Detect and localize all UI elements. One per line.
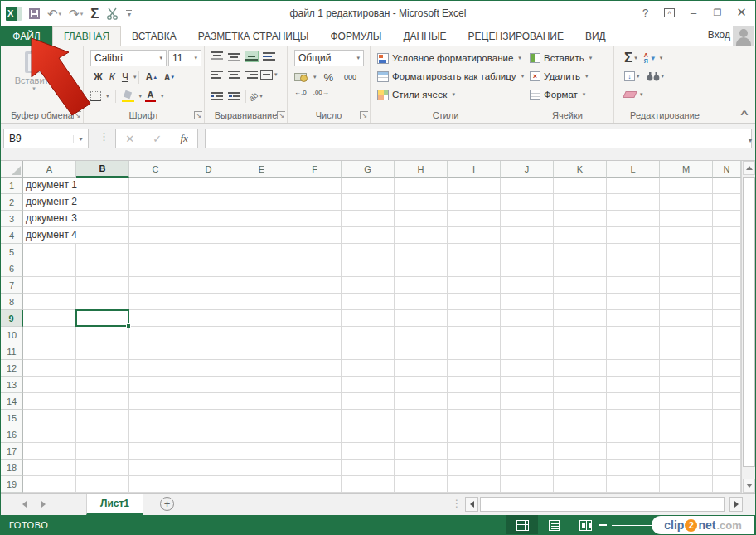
cell-N5[interactable]: [713, 244, 741, 260]
column-header-B[interactable]: B: [76, 161, 129, 178]
cell-D12[interactable]: [182, 360, 235, 377]
cell-C17[interactable]: [129, 443, 182, 460]
cell-B16[interactable]: [76, 426, 129, 443]
cell-G8[interactable]: [342, 294, 395, 310]
cell-A12[interactable]: [23, 360, 76, 377]
cell-B6[interactable]: [76, 260, 129, 277]
row-header-19[interactable]: 19: [1, 476, 23, 493]
number-format-select[interactable]: Общий▾: [294, 50, 364, 66]
cell-L10[interactable]: [607, 327, 660, 343]
cell-H2[interactable]: [395, 194, 448, 211]
cell-C3[interactable]: [129, 211, 182, 227]
cell-A19[interactable]: [23, 476, 76, 493]
cell-G3[interactable]: [342, 211, 395, 227]
cell-F5[interactable]: [288, 244, 342, 260]
find-select-button[interactable]: ▾: [647, 71, 665, 81]
cell-E6[interactable]: [235, 260, 288, 277]
cell-L4[interactable]: [607, 227, 660, 244]
customize-quick-access-icon[interactable]: ▼: [126, 10, 132, 17]
row-header-15[interactable]: 15: [1, 410, 23, 426]
cell-N3[interactable]: [713, 211, 741, 227]
accounting-format-icon[interactable]: [294, 72, 308, 82]
cell-G2[interactable]: [342, 194, 395, 211]
prev-sheet-icon[interactable]: [22, 501, 27, 508]
cell-M10[interactable]: [660, 327, 713, 343]
cell-B8[interactable]: [76, 294, 129, 310]
page-layout-view-button[interactable]: [538, 515, 569, 535]
italic-button[interactable]: К: [106, 70, 119, 85]
expand-formula-bar-icon[interactable]: ▾: [749, 137, 752, 144]
cell-E18[interactable]: [235, 460, 288, 476]
align-right-icon[interactable]: [245, 70, 258, 80]
orientation-icon[interactable]: ab: [247, 90, 260, 103]
align-middle-icon[interactable]: [228, 51, 240, 61]
cell-L9[interactable]: [607, 310, 660, 327]
cell-J7[interactable]: [501, 277, 554, 294]
cell-B19[interactable]: [76, 476, 129, 493]
clipboard-dialog-launcher[interactable]: ↘: [73, 111, 81, 119]
cell-G11[interactable]: [342, 343, 395, 360]
cell-D16[interactable]: [182, 426, 235, 443]
name-box-dropdown-icon[interactable]: ▾: [73, 135, 88, 143]
cell-L13[interactable]: [607, 377, 660, 393]
sign-in-link[interactable]: Вход: [708, 29, 730, 41]
cell-K11[interactable]: [554, 343, 607, 360]
row-header-8[interactable]: 8: [1, 294, 23, 310]
cell-D1[interactable]: [182, 178, 235, 194]
cell-G1[interactable]: [342, 178, 395, 194]
cell-B15[interactable]: [76, 410, 129, 426]
cell-J19[interactable]: [501, 476, 554, 493]
cell-I1[interactable]: [448, 178, 501, 194]
accounting-dropdown-icon[interactable]: ▾: [313, 74, 317, 80]
redo-button[interactable]: ↷▾: [69, 7, 83, 20]
comma-style-button[interactable]: 000: [341, 70, 360, 85]
cell-C7[interactable]: [129, 277, 182, 294]
cell-F6[interactable]: [288, 260, 342, 277]
next-sheet-icon[interactable]: [41, 501, 46, 508]
cell-G7[interactable]: [342, 277, 395, 294]
cell-D9[interactable]: [182, 310, 235, 327]
cell-H9[interactable]: [395, 310, 448, 327]
cell-I18[interactable]: [448, 460, 501, 476]
column-header-I[interactable]: I: [448, 161, 501, 178]
tab-данные[interactable]: ДАННЫЕ: [392, 26, 457, 46]
align-center-icon[interactable]: [228, 70, 240, 80]
tab-вид[interactable]: ВИД: [574, 26, 617, 46]
cell-M19[interactable]: [660, 476, 713, 493]
cell-H17[interactable]: [395, 443, 448, 460]
cell-C18[interactable]: [129, 460, 182, 476]
cell-F18[interactable]: [288, 460, 342, 476]
cell-G4[interactable]: [342, 227, 395, 244]
cell-K7[interactable]: [554, 277, 607, 294]
cell-G16[interactable]: [342, 426, 395, 443]
cell-M12[interactable]: [660, 360, 713, 377]
cell-A7[interactable]: [23, 277, 76, 294]
cell-J4[interactable]: [501, 227, 554, 244]
cell-K13[interactable]: [554, 377, 607, 393]
cell-J13[interactable]: [501, 377, 554, 393]
cell-I16[interactable]: [448, 426, 501, 443]
cell-E14[interactable]: [235, 393, 288, 410]
confirm-entry-icon[interactable]: ✓: [153, 133, 162, 145]
cell-F11[interactable]: [288, 343, 342, 360]
cell-I15[interactable]: [448, 410, 501, 426]
cell-K3[interactable]: [554, 211, 607, 227]
cell-C11[interactable]: [129, 343, 182, 360]
cell-I8[interactable]: [448, 294, 501, 310]
cell-M6[interactable]: [660, 260, 713, 277]
cell-K10[interactable]: [554, 327, 607, 343]
cell-E9[interactable]: [235, 310, 288, 327]
cell-D18[interactable]: [182, 460, 235, 476]
row-header-12[interactable]: 12: [1, 360, 23, 377]
fill-button[interactable]: ↓▾: [624, 71, 640, 81]
cell-B13[interactable]: [76, 377, 129, 393]
percent-style-button[interactable]: %: [321, 70, 337, 85]
cell-D15[interactable]: [182, 410, 235, 426]
cell-F16[interactable]: [288, 426, 342, 443]
cell-E15[interactable]: [235, 410, 288, 426]
cell-G6[interactable]: [342, 260, 395, 277]
cell-J18[interactable]: [501, 460, 554, 476]
ribbon-display-options-button[interactable]: ˄: [657, 1, 681, 24]
cell-G14[interactable]: [342, 393, 395, 410]
cell-E4[interactable]: [235, 227, 288, 244]
